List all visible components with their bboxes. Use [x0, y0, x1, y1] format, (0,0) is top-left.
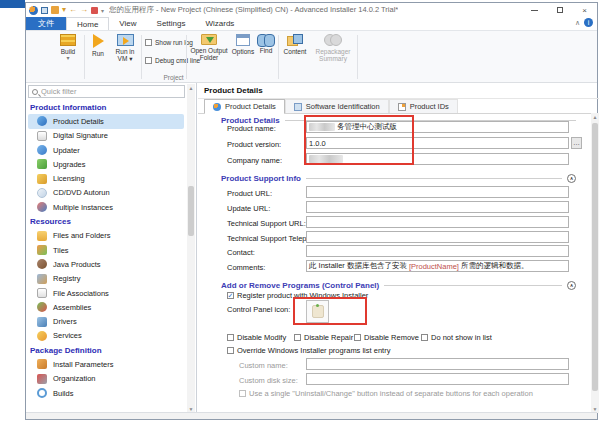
- open-output-folder-label: Open Output Folder: [190, 47, 227, 61]
- tab-view[interactable]: View: [109, 17, 146, 30]
- custom-name-input[interactable]: [306, 358, 569, 370]
- scroll-up-icon[interactable]: ▲: [591, 113, 599, 121]
- sidebar-item-services[interactable]: Services: [28, 329, 184, 343]
- quick-access-toolbar: ▾ ← → ▾: [26, 6, 104, 15]
- title-bar: ▾ ← → ▾ 您的应用程序 - New Project (Chinese (S…: [26, 3, 597, 17]
- collapse-ribbon-icon[interactable]: ∧: [575, 19, 580, 27]
- sidebar-item-label: File Associations: [53, 289, 109, 298]
- single-uninstall-change-label: Use a single "Uninstall/Change" button i…: [249, 389, 533, 398]
- collapse-section-icon[interactable]: ∧: [567, 174, 576, 183]
- sidebar-item-licensing[interactable]: Licensing: [28, 171, 184, 185]
- sidebar-item-assemblies[interactable]: Assemblies: [28, 300, 184, 314]
- scrollbar-thumb[interactable]: [188, 186, 194, 236]
- section-product-support-info: Product Support Info ∧: [221, 173, 576, 183]
- sidebar-item-registry[interactable]: Registry: [28, 272, 184, 286]
- scroll-up-icon[interactable]: ▲: [187, 84, 195, 92]
- digital-signature-icon: [37, 131, 47, 141]
- contact-input[interactable]: [306, 245, 569, 257]
- sidebar-item-product-details[interactable]: Product Details: [28, 114, 184, 128]
- sidebar-item-tiles[interactable]: Tiles: [28, 243, 184, 257]
- sidebar-item-organization[interactable]: Organization: [28, 372, 184, 386]
- run-label: Run: [92, 50, 104, 57]
- sidebar-item-drivers[interactable]: Drivers: [28, 314, 184, 328]
- ribbon-separator: [278, 35, 279, 79]
- collapse-section-icon[interactable]: ∧: [567, 281, 576, 290]
- update-url-label: Update URL:: [227, 204, 270, 213]
- technical-support-url-input[interactable]: [306, 216, 569, 228]
- custom-disk-size-input[interactable]: [306, 373, 569, 385]
- browse-version-button[interactable]: …: [571, 137, 582, 149]
- sidebar-item-multiple-instances[interactable]: Multiple Instances: [28, 200, 184, 214]
- tab-settings[interactable]: Settings: [147, 17, 196, 30]
- tab-product-details[interactable]: Product Details: [204, 99, 285, 113]
- sidebar-item-label: Install Parameters: [53, 360, 113, 369]
- sidebar-item-upgrades[interactable]: Upgrades: [28, 157, 184, 171]
- technical-support-telephone-input[interactable]: [306, 231, 569, 243]
- background-window-fragment: [0, 0, 25, 8]
- sidebar-item-label: Licensing: [53, 174, 85, 183]
- sidebar-item-label: Builds: [53, 389, 73, 398]
- disable-repair-checkbox[interactable]: Disable Repair: [294, 333, 353, 342]
- disable-modify-checkbox[interactable]: Disable Modify: [227, 333, 286, 342]
- content-button[interactable]: Content: [281, 34, 309, 74]
- sidebar-item-files-and-folders[interactable]: Files and Folders: [28, 229, 184, 243]
- quick-filter-box[interactable]: [28, 85, 185, 98]
- sidebar-item-digital-signature[interactable]: Digital Signature: [28, 129, 184, 143]
- ribbon-group-label: Project: [126, 74, 221, 81]
- annotation-rectangle-product-fields: [304, 115, 414, 165]
- maximize-button[interactable]: [547, 3, 572, 17]
- update-url-input[interactable]: [306, 201, 569, 213]
- override-programs-list-checkbox[interactable]: Override Windows Installer programs list…: [227, 346, 390, 355]
- tab-label: Product IDs: [410, 102, 449, 111]
- main-scrollbar[interactable]: ▲ ▼: [591, 113, 599, 413]
- sidebar-item-cd-dvd-autorun[interactable]: CD/DVD Autorun: [28, 186, 184, 200]
- options-button[interactable]: Options: [230, 34, 256, 74]
- minimize-button[interactable]: [522, 3, 547, 17]
- comments-input[interactable]: 此 Installer 数据库包含了安装 [ProductName] 所需的逻辑…: [306, 260, 569, 272]
- redo-forward-icon[interactable]: →: [80, 6, 88, 14]
- build-quick-icon[interactable]: [51, 6, 59, 14]
- sidebar-item-install-parameters[interactable]: Install Parameters: [28, 357, 184, 371]
- sidebar-item-builds[interactable]: Builds: [28, 386, 184, 400]
- help-icon[interactable]: i: [584, 18, 593, 27]
- run-in-vm-label: Run in VM ▾: [116, 48, 135, 62]
- undo-back-icon[interactable]: ←: [69, 6, 77, 14]
- disable-remove-checkbox[interactable]: Disable Remove: [354, 333, 419, 342]
- sidebar-item-label: Tiles: [53, 246, 69, 255]
- ribbon: Build ▾ Run Run in VM ▾ Show run log Deb…: [26, 31, 597, 83]
- section-heading: Add or Remove Programs (Control Panel): [221, 281, 379, 290]
- detail-tabstrip: Product Details Software Identification …: [198, 99, 599, 114]
- run-button[interactable]: Run: [87, 34, 109, 74]
- quick-filter-input[interactable]: [41, 87, 181, 96]
- run-in-vm-button[interactable]: Run in VM ▾: [110, 34, 140, 74]
- dropdown-icon[interactable]: ▾: [62, 6, 66, 14]
- do-not-show-in-list-checkbox[interactable]: Do not show in list: [421, 333, 492, 342]
- sidebar-item-updater[interactable]: Updater: [28, 143, 184, 157]
- tab-software-identification[interactable]: Software Identification: [285, 99, 389, 113]
- close-button[interactable]: ×: [572, 3, 597, 17]
- open-output-folder-button[interactable]: Open Output Folder: [189, 34, 229, 74]
- assemblies-icon: [37, 302, 47, 312]
- tab-wizards[interactable]: Wizards: [195, 17, 244, 30]
- tab-home[interactable]: Home: [66, 17, 109, 30]
- product-url-input[interactable]: [306, 186, 569, 198]
- find-button[interactable]: Find: [256, 34, 276, 74]
- scrollbar-thumb[interactable]: [592, 123, 598, 391]
- tab-file[interactable]: 文件: [26, 17, 66, 30]
- sidebar-item-java-products[interactable]: Java Products: [28, 257, 184, 271]
- ribbon-separator: [141, 35, 142, 79]
- sidebar-scrollbar[interactable]: ▲ ▼: [187, 84, 195, 413]
- build-button[interactable]: Build ▾: [54, 34, 82, 74]
- updater-icon: [37, 145, 47, 155]
- tiles-icon: [37, 245, 47, 255]
- qat-dropdown-icon[interactable]: ▾: [101, 7, 104, 14]
- save-icon[interactable]: [41, 7, 48, 14]
- sidebar-item-file-associations[interactable]: File Associations: [28, 286, 184, 300]
- content-icon: [287, 34, 303, 46]
- sidebar: Product Information Product Details Digi…: [26, 83, 197, 414]
- run-quick-icon[interactable]: [91, 7, 98, 14]
- tab-product-ids[interactable]: Product IDs: [389, 99, 458, 113]
- sidebar-item-label: Upgrades: [53, 160, 86, 169]
- sidebar-item-label: Updater: [53, 146, 80, 155]
- run-in-vm-icon: [117, 34, 134, 46]
